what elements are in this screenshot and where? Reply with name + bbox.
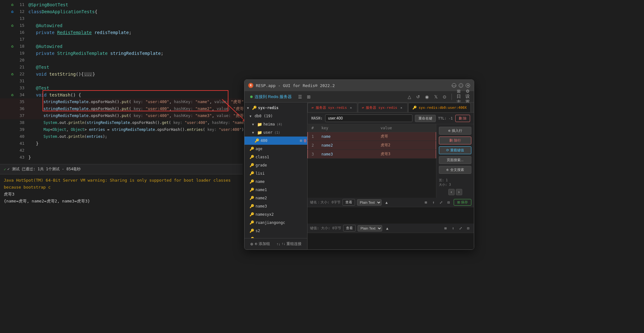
tree-key-name2[interactable]: 🔑 name2 — [244, 194, 307, 202]
tree-key-ruanjiangongc[interactable]: 🔑 ruanjiangongc — [244, 219, 307, 227]
resp-title-text: RESP.app - GUI for Redis® 2022.2 — [256, 83, 335, 88]
hash-row-2[interactable]: 2 name2 虎哥2 — [308, 141, 436, 150]
key-name-view-button[interactable]: 查看 — [342, 199, 355, 206]
key-value-type-select[interactable]: Plain Text — [358, 225, 382, 231]
tree-key-age-label: age — [256, 147, 262, 151]
chevron-up-icon[interactable]: ▲ — [383, 199, 390, 206]
delete-row-button[interactable]: 删 除行 — [439, 137, 471, 144]
row2-num: 2 — [308, 141, 318, 150]
tree-group-user[interactable]: ▼ 📁 user (1) — [244, 128, 307, 137]
tree-key-username[interactable]: 🔑 username — [244, 235, 307, 238]
key-name-save-button[interactable]: ⊞ 保存 — [454, 199, 471, 206]
key-name-content — [308, 207, 474, 224]
tree-key-name1[interactable]: 🔑 name1 — [244, 186, 307, 194]
connect-button[interactable]: 连接到 Redis 服务器 — [247, 93, 295, 101]
tree-arrow-root: ▼ — [247, 106, 251, 110]
settings-circle-button[interactable]: ◉ — [423, 93, 431, 101]
import-name-icon[interactable]: ↑ — [430, 199, 437, 206]
key-name2-icon: 🔑 — [250, 196, 254, 200]
key-name-type-select[interactable]: Plain Text — [357, 199, 382, 206]
expand-value-icon[interactable]: ⤢ — [457, 225, 464, 231]
expand-name-icon[interactable]: ⤢ — [438, 199, 444, 206]
hash-key-input[interactable] — [325, 114, 412, 122]
resize-name-icon[interactable]: ⊡ — [446, 199, 452, 206]
resp-tab-server2[interactable]: ⇌ 服务器 syx-redis ✕ — [358, 103, 408, 112]
copy-value-icon[interactable]: ⊞ — [442, 225, 449, 231]
hash-table: # key value 1 name 虎哥 — [308, 124, 436, 159]
tree-key-400[interactable]: 🔑 400 ⊞ 🗑 — [244, 137, 307, 145]
hash-row-3[interactable]: 3 name3 虎哥3 — [308, 150, 436, 159]
line-num-31: 31 — [20, 78, 25, 85]
reconnect-button[interactable]: ↑↓ ↑↓ 重组连接 — [274, 240, 304, 248]
tree-key-name3[interactable]: 🔑 name3 — [244, 202, 307, 210]
minimize-button[interactable]: — — [452, 83, 456, 88]
copy-name-icon[interactable]: ⊞ — [423, 199, 429, 206]
resp-tab-server1[interactable]: ⇌ 服务器 syx-redis ✕ — [308, 103, 357, 112]
add-group-button[interactable]: ⊕ ⊕ 添加组 — [248, 240, 273, 248]
twitter-button[interactable]: 𝕏 — [432, 93, 440, 101]
line-num-16: 16 — [20, 29, 25, 36]
hash-table-header: # key value — [308, 124, 436, 132]
log-button[interactable]: ⊞ 日志 — [455, 93, 463, 101]
hamburger-button[interactable]: ☰ — [296, 93, 304, 101]
tab-key400-label: syx-redis:db0:user:400X — [419, 106, 467, 110]
import-value-icon[interactable]: ↑ — [450, 225, 456, 231]
tree-key-age[interactable]: 🔑 age — [244, 145, 307, 153]
key-value-content — [308, 233, 474, 249]
resize-value-icon[interactable]: ⊡ — [465, 225, 471, 231]
key-namesyx2-icon: 🔑 — [250, 212, 254, 217]
github-button[interactable]: ⊙ — [441, 93, 448, 101]
reconnect-icon: ↑↓ — [277, 242, 280, 246]
maximize-button[interactable]: □ — [459, 83, 463, 88]
prev-page-button[interactable]: ‹ — [448, 189, 455, 195]
key-name-action-icons: ⊞ ↑ ⤢ ⊡ — [423, 199, 452, 206]
delete-key-button[interactable]: 删 除 — [455, 115, 470, 122]
gutter-icon-18: ♻ — [11, 43, 14, 50]
size-label: 大小: 3 — [439, 183, 471, 187]
bell-icon-button[interactable]: △ — [405, 93, 413, 101]
tree-key-name3-label: name3 — [256, 204, 267, 208]
ide-container: ♻ 11 @SpringBootTest ♻ 12 class DemoAppl… — [0, 0, 644, 333]
resp-tab-key400[interactable]: 🔑 syx-redis:db0:user:400X — [408, 103, 471, 112]
next-page-button[interactable]: › — [456, 189, 462, 195]
rename-key-button[interactable]: 重命名键 — [415, 115, 436, 122]
tree-key-s2[interactable]: 🔑 s2 — [244, 227, 307, 235]
key-class1-icon: 🔑 — [250, 155, 254, 159]
resp-main: ▼ 🔑 syx-redis ▼ db0 (19) ▼ 📁 heima — [244, 102, 474, 249]
tree-key-namesyx2[interactable]: 🔑 namesyx2 — [244, 210, 307, 219]
tree-key-name[interactable]: 🔑 name — [244, 178, 307, 186]
split-view-button[interactable]: ⊞ — [305, 93, 313, 101]
line-num-20: 20 — [20, 57, 25, 64]
key-delete-icon[interactable]: 🗑 — [303, 138, 307, 143]
page-search-button[interactable]: 页面搜索... — [439, 156, 471, 164]
hash-table-scroll: # key value 1 name 虎哥 — [308, 124, 436, 198]
tab-server1-close[interactable]: ✕ — [349, 106, 353, 110]
add-group-label: ⊕ 添加组 — [255, 241, 270, 247]
refresh-icon-button[interactable]: ↺ — [414, 93, 422, 101]
tree-key-class1[interactable]: 🔑 class1 — [244, 153, 307, 161]
tree-key-lisi[interactable]: 🔑 lisi — [244, 169, 307, 178]
gutter-icon-22: ♻ — [11, 71, 14, 78]
title-controls: — □ ✕ — [452, 83, 470, 88]
tree-key-grade[interactable]: 🔑 grade — [244, 161, 307, 169]
tree-db0[interactable]: ▼ db0 (19) — [244, 112, 307, 120]
tree-group-heima[interactable]: ▼ 📁 heima (4) — [244, 120, 307, 128]
console-line-3: {name=虎哥, name2=虎哥2, name3=虎哥3} — [4, 198, 239, 205]
tree-folder-user-icon: 📁 — [257, 130, 262, 135]
console-tab-status: ✓ ✓ 测试 已通过: 1共 1个测试 - 854毫秒 — [4, 166, 81, 172]
hash-row-1[interactable]: 1 name 虎哥 — [308, 132, 436, 141]
fulltext-search-button[interactable]: ⊕ 全文搜索 — [439, 166, 471, 174]
console-area: ✓ ✓ 测试 已通过: 1共 1个测试 - 854毫秒 Java HotSpot… — [0, 164, 243, 333]
insert-row-button[interactable]: ⊕ 插入行 — [439, 127, 471, 135]
key-copy-icon[interactable]: ⊞ — [300, 138, 302, 143]
tree-server-root[interactable]: ▼ 🔑 syx-redis — [244, 104, 307, 112]
chevron-up-icon-2[interactable]: ▲ — [384, 225, 390, 231]
resp-bottom-buttons: ⊕ ⊕ 添加组 ↑↓ ↑↓ 重组连接 — [244, 238, 307, 249]
line-num-12: 12 — [20, 8, 25, 15]
tab-server2-close[interactable]: ✕ — [399, 106, 404, 110]
key-value-view-button[interactable]: 查看 — [343, 225, 356, 231]
close-button[interactable]: ✕ — [466, 83, 470, 88]
reload-key-button[interactable]: ⟳ 重载键值 — [439, 146, 471, 154]
gear-settings-button[interactable]: ⚙ 设置 — [464, 93, 471, 101]
line-num-38: 38 — [20, 119, 25, 126]
